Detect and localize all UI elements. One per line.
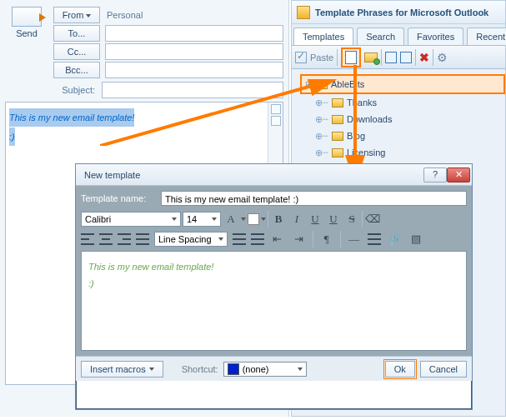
editor-line2: :)	[88, 275, 459, 292]
new-template-icon	[345, 51, 357, 64]
folder-open-icon	[316, 80, 328, 89]
panel-tabs: Templates Search Favorites Recent	[292, 24, 505, 46]
tab-search[interactable]: Search	[357, 28, 404, 45]
settings-button[interactable]: ⚙	[437, 51, 448, 64]
export-button[interactable]	[400, 52, 412, 63]
template-name-input[interactable]: This is my new email template! :)	[161, 191, 467, 206]
dialog-body: Template name: This is my new email temp…	[76, 186, 472, 356]
align-center-button[interactable]	[99, 233, 113, 245]
ok-button[interactable]: Ok	[385, 361, 415, 378]
check-icon[interactable]	[295, 52, 307, 63]
new-folder-button[interactable]	[364, 52, 378, 62]
shortcut-select[interactable]: (none)	[223, 362, 307, 377]
bullet-list-button[interactable]	[233, 233, 246, 245]
table-button[interactable]	[368, 233, 381, 245]
cc-button[interactable]: Cc...	[53, 43, 100, 60]
font-color-button[interactable]: A	[223, 212, 239, 227]
color-swatch	[228, 363, 239, 375]
clear-format-button[interactable]: ⌫	[364, 212, 381, 227]
outdent-button[interactable]: ⇤	[269, 232, 286, 247]
folder-icon	[332, 132, 343, 141]
panel-title-bar: Template Phrases for Microsoft Outlook	[292, 1, 505, 24]
bcc-button[interactable]: Bcc...	[53, 62, 100, 78]
align-right-button[interactable]	[118, 233, 131, 245]
cc-field[interactable]	[105, 43, 283, 60]
send-label: Send	[5, 28, 48, 38]
tree-node[interactable]: ⊕┈Thanks	[315, 94, 505, 111]
paragraph-button[interactable]: ¶	[318, 232, 335, 247]
paste-button[interactable]: Paste	[310, 52, 333, 62]
bcc-field[interactable]	[105, 62, 283, 78]
dialog-footer: Insert macros Shortcut: (none) Ok Cancel	[76, 356, 472, 381]
import-button[interactable]	[385, 52, 397, 63]
template-name-label: Template name:	[81, 193, 156, 203]
font-family-select[interactable]: Calibri	[81, 212, 181, 227]
tab-templates[interactable]: Templates	[293, 28, 353, 45]
selected-line1: This is my new email template!	[9, 108, 134, 127]
bold-button[interactable]: B	[270, 212, 287, 227]
underline2-button[interactable]: U	[325, 212, 342, 227]
from-button[interactable]: From	[53, 7, 100, 23]
dialog-title-bar[interactable]: New template ? ✕	[76, 164, 472, 186]
new-template-button[interactable]	[341, 48, 361, 68]
to-field[interactable]	[105, 25, 283, 42]
shortcut-label: Shortcut:	[182, 364, 218, 374]
tab-recent[interactable]: Recent	[467, 28, 506, 45]
message-text: This is my new email template! :)	[6, 102, 283, 146]
from-account: Personal	[105, 10, 143, 20]
line-spacing-select[interactable]: Line Spacing	[154, 232, 228, 247]
dialog-title: New template	[84, 170, 140, 180]
align-justify-button[interactable]	[136, 233, 149, 245]
tree-node[interactable]: ⊕┈Licensing	[315, 144, 505, 161]
folder-icon	[332, 115, 343, 124]
close-button[interactable]: ✕	[447, 168, 470, 182]
indent-button[interactable]: ⇥	[291, 232, 308, 247]
send-icon	[12, 7, 42, 27]
strike-button[interactable]: S	[343, 212, 360, 227]
new-template-dialog: New template ? ✕ Template name: This is …	[75, 163, 473, 410]
editor-toolbar-2: Line Spacing ⇤ ⇥ ¶ — 🔗 ▧	[81, 229, 467, 251]
insert-macros-button[interactable]: Insert macros	[81, 361, 163, 378]
panel-icon	[297, 6, 310, 19]
cancel-button[interactable]: Cancel	[420, 361, 467, 378]
number-list-button[interactable]	[251, 233, 264, 245]
font-size-select[interactable]: 14	[183, 212, 221, 227]
underline-button[interactable]: U	[307, 212, 323, 227]
delete-button[interactable]: ✖	[419, 51, 429, 64]
highlight-button[interactable]	[248, 213, 259, 225]
compose-header: Send From Personal To... Cc... Bcc...	[0, 0, 288, 80]
tree-node[interactable]: ⊕┈Blog	[315, 128, 505, 144]
link-button[interactable]: 🔗	[386, 232, 403, 247]
tree-node[interactable]: ⊕┈Downloads	[315, 111, 505, 128]
image-button[interactable]: ▧	[408, 232, 424, 247]
help-button[interactable]: ?	[423, 168, 447, 182]
editor-line1: This is my new email template!	[88, 258, 459, 275]
panel-toolbar: Paste ✖ ⚙	[292, 46, 505, 69]
send-block[interactable]: Send	[5, 5, 48, 80]
tab-favorites[interactable]: Favorites	[408, 28, 463, 45]
plus-badge-icon	[373, 58, 380, 65]
italic-button[interactable]: I	[288, 212, 305, 227]
template-editor[interactable]: This is my new email template! :)	[81, 251, 467, 351]
template-tree: ⊟AbleBits ⊕┈Thanks ⊕┈Downloads ⊕┈Blog ⊕┈…	[292, 69, 505, 178]
align-left-button[interactable]	[81, 233, 94, 245]
editor-toolbar-1: Calibri 14 A B I U U S ⌫	[81, 209, 467, 229]
fields-column: From Personal To... Cc... Bcc...	[53, 5, 288, 80]
hr-button[interactable]: —	[346, 232, 363, 247]
tree-root[interactable]: ⊟AbleBits	[300, 74, 505, 94]
subject-field[interactable]	[102, 82, 283, 98]
folder-icon	[332, 148, 343, 158]
subject-label: Subject:	[50, 85, 97, 95]
panel-title: Template Phrases for Microsoft Outlook	[315, 8, 488, 18]
selected-line2: :)	[9, 128, 15, 146]
to-button[interactable]: To...	[53, 25, 100, 42]
folder-icon	[332, 98, 343, 108]
